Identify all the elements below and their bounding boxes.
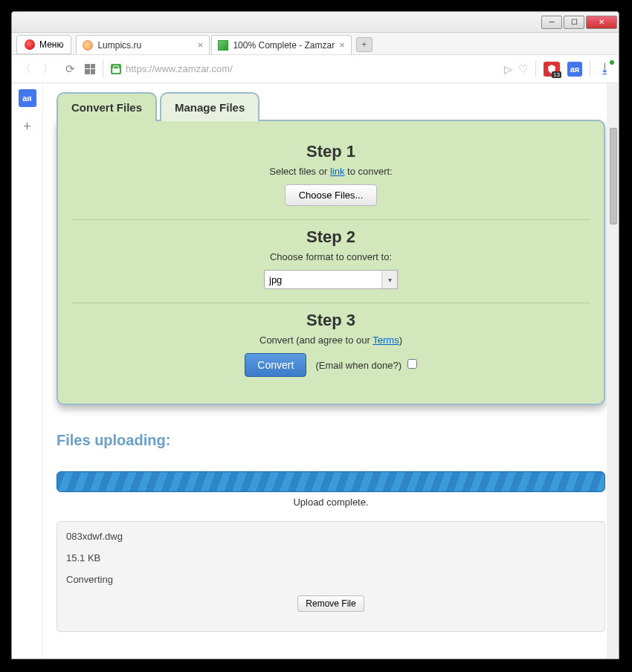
heart-icon[interactable]: ♡ — [518, 62, 528, 76]
close-tab-icon[interactable]: × — [198, 39, 204, 51]
lock-icon — [111, 64, 121, 74]
app-tabs: Convert Files Manage Files — [57, 91, 605, 120]
scrollbar-thumb[interactable] — [610, 128, 617, 224]
maximize-button[interactable]: ☐ — [564, 16, 584, 29]
step3-sub-post: ) — [399, 335, 402, 346]
step1-sub-pre: Select files or — [269, 166, 330, 177]
tabs-row: Меню Lumpics.ru × 100% Complete - Zamzar… — [12, 33, 619, 55]
minimize-button[interactable]: ─ — [541, 16, 562, 29]
step3-sub-pre: Convert (and agree to our — [259, 335, 373, 346]
close-window-button[interactable]: ✕ — [586, 16, 617, 29]
address-field[interactable]: https://www.zamzar.com/ — [103, 60, 489, 78]
lumpics-favicon-icon — [83, 40, 93, 51]
new-tab-button[interactable]: + — [356, 37, 373, 52]
file-size: 15.1 KB — [66, 552, 596, 563]
opera-logo-icon — [25, 39, 35, 50]
tab-zamzar[interactable]: 100% Complete - Zamzar × — [211, 35, 351, 54]
terms-link[interactable]: Terms — [373, 335, 399, 346]
tab-convert-files[interactable]: Convert Files — [57, 92, 157, 121]
forward-button[interactable]: 〉 — [40, 62, 55, 77]
file-item: 083xdwf.dwg 15.1 KB Converting Remove Fi… — [57, 521, 605, 632]
tab-lumpics[interactable]: Lumpics.ru × — [76, 35, 210, 54]
window-titlebar: ─ ☐ ✕ — [12, 12, 619, 33]
left-sidebar: aя + — [12, 83, 43, 659]
translate-extension-icon[interactable]: aя — [567, 62, 582, 77]
step2-title: Step 2 — [71, 227, 590, 247]
format-selected-value: jpg — [269, 274, 282, 285]
address-bar-row: 〈 〉 ⟳ https://www.zamzar.com/ ▷ ♡ aя ⭳ — [12, 55, 619, 83]
page-scrollbar[interactable] — [607, 83, 619, 659]
convert-panel: Step 1 Select files or link to convert: … — [57, 120, 605, 405]
email-when-done-label: (Email when done?) — [315, 359, 416, 371]
file-name: 083xdwf.dwg — [66, 531, 596, 542]
upload-progress-bar — [57, 471, 605, 492]
menu-label: Меню — [39, 39, 63, 50]
files-uploading-heading: Files uploading: — [57, 432, 605, 449]
step1-subtitle: Select files or link to convert: — [71, 166, 590, 177]
browser-window: ─ ☐ ✕ Меню Lumpics.ru × 100% Complete - … — [11, 11, 619, 659]
step-1: Step 1 Select files or link to convert: … — [71, 135, 590, 220]
send-icon[interactable]: ▷ — [504, 63, 512, 75]
remove-file-button[interactable]: Remove File — [297, 595, 364, 612]
address-right-icons: ▷ ♡ — [504, 62, 528, 76]
step3-subtitle: Convert (and agree to our Terms) — [71, 335, 590, 346]
step3-title: Step 3 — [71, 311, 590, 330]
back-button[interactable]: 〈 — [18, 62, 33, 77]
zamzar-favicon-icon — [218, 40, 228, 51]
url-text: https://www.zamzar.com/ — [126, 63, 233, 74]
tab-title: 100% Complete - Zamzar — [233, 40, 335, 51]
upload-status-text: Upload complete. — [57, 497, 605, 508]
adblock-icon[interactable] — [544, 62, 560, 77]
choose-files-button[interactable]: Choose Files... — [285, 184, 378, 206]
speed-dial-icon[interactable] — [85, 64, 95, 74]
convert-button[interactable]: Convert — [245, 353, 306, 377]
email-label-text: (Email when done?) — [315, 360, 402, 371]
tab-manage-files[interactable]: Manage Files — [160, 92, 259, 121]
sidebar-add-icon[interactable]: + — [19, 117, 36, 135]
browser-menu-button[interactable]: Меню — [16, 35, 71, 54]
step2-subtitle: Choose format to convert to: — [71, 251, 590, 262]
sidebar-translate-icon[interactable]: aя — [19, 89, 36, 107]
email-when-done-checkbox[interactable] — [407, 359, 417, 369]
downloads-icon[interactable]: ⭳ — [598, 62, 613, 77]
link-url-link[interactable]: link — [330, 166, 345, 177]
step-3: Step 3 Convert (and agree to our Terms) … — [71, 303, 590, 390]
tab-title: Lumpics.ru — [97, 40, 193, 51]
step1-sub-post: to convert: — [344, 166, 392, 177]
close-tab-icon[interactable]: × — [339, 39, 345, 51]
step1-title: Step 1 — [71, 142, 590, 161]
file-state: Converting — [66, 574, 596, 585]
format-select[interactable]: jpg — [264, 270, 398, 289]
step-2: Step 2 Choose format to convert to: jpg — [71, 220, 590, 303]
page-content: Convert Files Manage Files Step 1 Select… — [43, 83, 619, 659]
content-wrap: aя + Convert Files Manage Files Step 1 S… — [12, 83, 619, 659]
reload-button[interactable]: ⟳ — [62, 62, 77, 77]
